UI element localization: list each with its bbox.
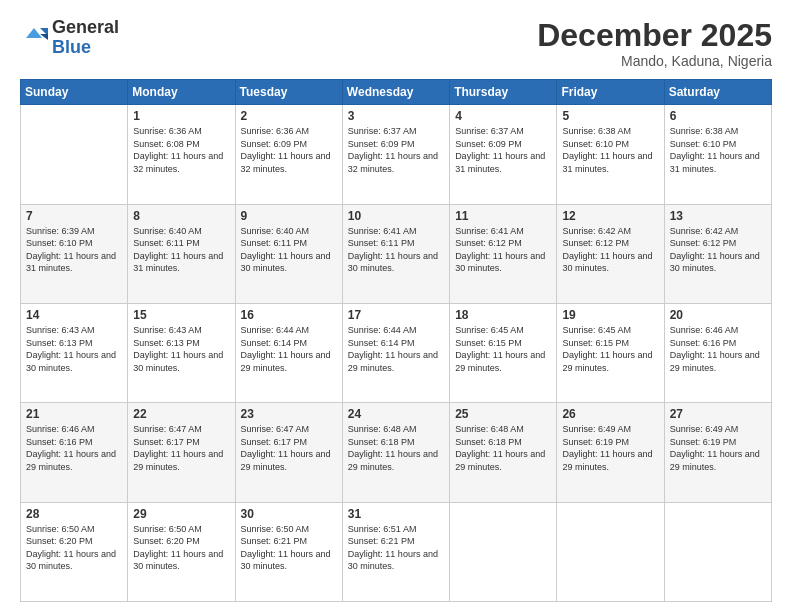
day-info: Sunrise: 6:41 AMSunset: 6:12 PMDaylight:… <box>455 225 551 275</box>
table-row: 5 Sunrise: 6:38 AMSunset: 6:10 PMDayligh… <box>557 105 664 204</box>
day-info: Sunrise: 6:51 AMSunset: 6:21 PMDaylight:… <box>348 523 444 573</box>
calendar-header-row: Sunday Monday Tuesday Wednesday Thursday… <box>21 80 772 105</box>
day-number: 28 <box>26 507 122 521</box>
day-info: Sunrise: 6:38 AMSunset: 6:10 PMDaylight:… <box>670 125 766 175</box>
day-info: Sunrise: 6:44 AMSunset: 6:14 PMDaylight:… <box>241 324 337 374</box>
day-info: Sunrise: 6:49 AMSunset: 6:19 PMDaylight:… <box>670 423 766 473</box>
table-row <box>21 105 128 204</box>
location: Mando, Kaduna, Nigeria <box>537 53 772 69</box>
table-row: 25 Sunrise: 6:48 AMSunset: 6:18 PMDaylig… <box>450 403 557 502</box>
day-number: 23 <box>241 407 337 421</box>
day-info: Sunrise: 6:36 AMSunset: 6:09 PMDaylight:… <box>241 125 337 175</box>
table-row: 6 Sunrise: 6:38 AMSunset: 6:10 PMDayligh… <box>664 105 771 204</box>
calendar-week-5: 28 Sunrise: 6:50 AMSunset: 6:20 PMDaylig… <box>21 502 772 601</box>
calendar-week-1: 1 Sunrise: 6:36 AMSunset: 6:08 PMDayligh… <box>21 105 772 204</box>
col-sunday: Sunday <box>21 80 128 105</box>
day-info: Sunrise: 6:47 AMSunset: 6:17 PMDaylight:… <box>133 423 229 473</box>
day-number: 9 <box>241 209 337 223</box>
day-number: 2 <box>241 109 337 123</box>
day-number: 18 <box>455 308 551 322</box>
day-number: 21 <box>26 407 122 421</box>
day-number: 12 <box>562 209 658 223</box>
table-row: 14 Sunrise: 6:43 AMSunset: 6:13 PMDaylig… <box>21 303 128 402</box>
day-number: 1 <box>133 109 229 123</box>
day-info: Sunrise: 6:45 AMSunset: 6:15 PMDaylight:… <box>562 324 658 374</box>
day-number: 17 <box>348 308 444 322</box>
col-friday: Friday <box>557 80 664 105</box>
day-info: Sunrise: 6:37 AMSunset: 6:09 PMDaylight:… <box>348 125 444 175</box>
calendar-week-4: 21 Sunrise: 6:46 AMSunset: 6:16 PMDaylig… <box>21 403 772 502</box>
day-number: 3 <box>348 109 444 123</box>
day-info: Sunrise: 6:43 AMSunset: 6:13 PMDaylight:… <box>26 324 122 374</box>
day-number: 26 <box>562 407 658 421</box>
day-info: Sunrise: 6:40 AMSunset: 6:11 PMDaylight:… <box>133 225 229 275</box>
page: General Blue December 2025 Mando, Kaduna… <box>0 0 792 612</box>
day-number: 20 <box>670 308 766 322</box>
day-info: Sunrise: 6:37 AMSunset: 6:09 PMDaylight:… <box>455 125 551 175</box>
logo: General Blue <box>20 18 119 58</box>
col-thursday: Thursday <box>450 80 557 105</box>
day-number: 8 <box>133 209 229 223</box>
day-number: 16 <box>241 308 337 322</box>
table-row: 9 Sunrise: 6:40 AMSunset: 6:11 PMDayligh… <box>235 204 342 303</box>
table-row: 1 Sunrise: 6:36 AMSunset: 6:08 PMDayligh… <box>128 105 235 204</box>
table-row <box>557 502 664 601</box>
table-row: 27 Sunrise: 6:49 AMSunset: 6:19 PMDaylig… <box>664 403 771 502</box>
day-info: Sunrise: 6:43 AMSunset: 6:13 PMDaylight:… <box>133 324 229 374</box>
table-row: 10 Sunrise: 6:41 AMSunset: 6:11 PMDaylig… <box>342 204 449 303</box>
logo-general: General <box>52 17 119 37</box>
table-row: 7 Sunrise: 6:39 AMSunset: 6:10 PMDayligh… <box>21 204 128 303</box>
day-number: 4 <box>455 109 551 123</box>
logo-text: General Blue <box>52 18 119 58</box>
day-info: Sunrise: 6:41 AMSunset: 6:11 PMDaylight:… <box>348 225 444 275</box>
table-row: 26 Sunrise: 6:49 AMSunset: 6:19 PMDaylig… <box>557 403 664 502</box>
title-block: December 2025 Mando, Kaduna, Nigeria <box>537 18 772 69</box>
table-row: 12 Sunrise: 6:42 AMSunset: 6:12 PMDaylig… <box>557 204 664 303</box>
day-number: 11 <box>455 209 551 223</box>
table-row: 19 Sunrise: 6:45 AMSunset: 6:15 PMDaylig… <box>557 303 664 402</box>
logo-blue: Blue <box>52 37 91 57</box>
day-number: 30 <box>241 507 337 521</box>
logo-icon <box>20 24 48 52</box>
day-number: 7 <box>26 209 122 223</box>
day-info: Sunrise: 6:42 AMSunset: 6:12 PMDaylight:… <box>670 225 766 275</box>
table-row: 18 Sunrise: 6:45 AMSunset: 6:15 PMDaylig… <box>450 303 557 402</box>
calendar-week-3: 14 Sunrise: 6:43 AMSunset: 6:13 PMDaylig… <box>21 303 772 402</box>
table-row: 2 Sunrise: 6:36 AMSunset: 6:09 PMDayligh… <box>235 105 342 204</box>
calendar-week-2: 7 Sunrise: 6:39 AMSunset: 6:10 PMDayligh… <box>21 204 772 303</box>
day-info: Sunrise: 6:46 AMSunset: 6:16 PMDaylight:… <box>670 324 766 374</box>
svg-marker-2 <box>40 34 48 40</box>
table-row <box>450 502 557 601</box>
day-number: 13 <box>670 209 766 223</box>
table-row: 29 Sunrise: 6:50 AMSunset: 6:20 PMDaylig… <box>128 502 235 601</box>
day-number: 15 <box>133 308 229 322</box>
day-info: Sunrise: 6:50 AMSunset: 6:20 PMDaylight:… <box>26 523 122 573</box>
col-wednesday: Wednesday <box>342 80 449 105</box>
table-row: 13 Sunrise: 6:42 AMSunset: 6:12 PMDaylig… <box>664 204 771 303</box>
day-number: 5 <box>562 109 658 123</box>
table-row: 23 Sunrise: 6:47 AMSunset: 6:17 PMDaylig… <box>235 403 342 502</box>
day-info: Sunrise: 6:46 AMSunset: 6:16 PMDaylight:… <box>26 423 122 473</box>
day-number: 31 <box>348 507 444 521</box>
table-row: 3 Sunrise: 6:37 AMSunset: 6:09 PMDayligh… <box>342 105 449 204</box>
table-row: 30 Sunrise: 6:50 AMSunset: 6:21 PMDaylig… <box>235 502 342 601</box>
day-info: Sunrise: 6:42 AMSunset: 6:12 PMDaylight:… <box>562 225 658 275</box>
day-number: 24 <box>348 407 444 421</box>
day-info: Sunrise: 6:48 AMSunset: 6:18 PMDaylight:… <box>348 423 444 473</box>
day-info: Sunrise: 6:47 AMSunset: 6:17 PMDaylight:… <box>241 423 337 473</box>
day-info: Sunrise: 6:49 AMSunset: 6:19 PMDaylight:… <box>562 423 658 473</box>
col-saturday: Saturday <box>664 80 771 105</box>
table-row: 16 Sunrise: 6:44 AMSunset: 6:14 PMDaylig… <box>235 303 342 402</box>
day-number: 6 <box>670 109 766 123</box>
day-info: Sunrise: 6:50 AMSunset: 6:21 PMDaylight:… <box>241 523 337 573</box>
table-row: 28 Sunrise: 6:50 AMSunset: 6:20 PMDaylig… <box>21 502 128 601</box>
day-number: 27 <box>670 407 766 421</box>
table-row: 31 Sunrise: 6:51 AMSunset: 6:21 PMDaylig… <box>342 502 449 601</box>
month-title: December 2025 <box>537 18 772 53</box>
day-number: 29 <box>133 507 229 521</box>
day-info: Sunrise: 6:45 AMSunset: 6:15 PMDaylight:… <box>455 324 551 374</box>
day-number: 25 <box>455 407 551 421</box>
table-row: 17 Sunrise: 6:44 AMSunset: 6:14 PMDaylig… <box>342 303 449 402</box>
col-monday: Monday <box>128 80 235 105</box>
table-row: 11 Sunrise: 6:41 AMSunset: 6:12 PMDaylig… <box>450 204 557 303</box>
